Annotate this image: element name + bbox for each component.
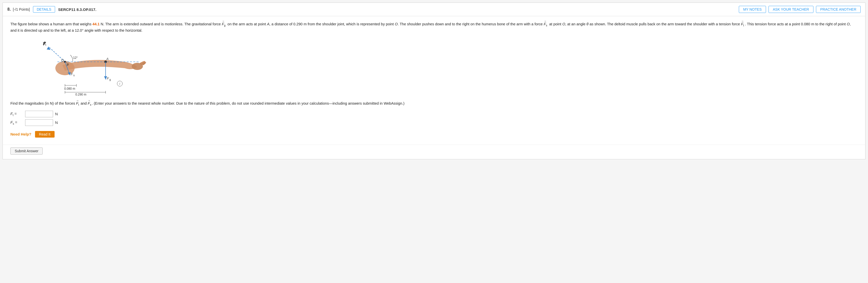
- submit-answer-button[interactable]: Submit Answer: [10, 147, 43, 154]
- header-bar: 8. [-/1 Points] DETAILS SERCP11 8.3.OP.0…: [3, 3, 865, 16]
- svg-text:t: t: [45, 44, 46, 46]
- ask-teacher-button[interactable]: ASK YOUR TEACHER: [769, 6, 813, 13]
- svg-text:F: F: [71, 72, 73, 76]
- need-help-row: Need Help? Read It: [10, 131, 858, 138]
- svg-text:F: F: [107, 76, 109, 80]
- header-left: 8. [-/1 Points] DETAILS SERCP11 8.3.OP.0…: [7, 6, 96, 13]
- ft-vector: →Ft: [741, 21, 744, 28]
- read-it-button[interactable]: Read It: [35, 131, 55, 138]
- svg-text:g: g: [110, 78, 111, 81]
- diagram-svg: F⃗ F t 12° O θ: [26, 38, 148, 96]
- diagram-area: F⃗ F t 12° O θ: [26, 38, 858, 96]
- fs-input[interactable]: [25, 119, 53, 126]
- ft-find-vector: →Ft: [76, 101, 79, 107]
- ft-input[interactable]: [25, 111, 53, 117]
- problem-text-para1: The figure below shows a human arm that …: [10, 21, 858, 34]
- ft-label: Ft =: [10, 111, 23, 116]
- fg-vector: →Fg: [222, 21, 225, 28]
- question-number: 8. [-/1 Points]: [7, 7, 30, 12]
- svg-text:12°: 12°: [73, 56, 78, 60]
- fs-input-row: Fs = N: [10, 119, 858, 126]
- my-notes-button[interactable]: MY NOTES: [739, 6, 766, 13]
- practice-another-button[interactable]: PRACTICE ANOTHER: [816, 6, 861, 13]
- ft-unit: N: [55, 112, 58, 116]
- find-text-para: Find the magnitudes (in N) of the forces…: [10, 101, 858, 107]
- fs-find-vector: →Fs: [88, 101, 91, 107]
- weight-value: 44.1: [92, 22, 99, 26]
- details-button[interactable]: DETAILS: [33, 6, 55, 13]
- need-help-label: Need Help?: [10, 132, 31, 136]
- submit-row: Submit Answer: [3, 145, 865, 159]
- q-points-text: [-/1 Points]: [13, 7, 30, 11]
- question-code: SERCP11 8.3.OP.017.: [58, 7, 96, 12]
- svg-text:O: O: [61, 58, 64, 62]
- content-area: The figure below shows a human arm that …: [3, 16, 865, 145]
- ft-input-row: Ft = N: [10, 111, 858, 117]
- svg-text:0.290 m: 0.290 m: [75, 93, 86, 96]
- svg-text:θ: θ: [67, 63, 69, 66]
- fs-vector: →Fs: [544, 21, 547, 28]
- header-right: MY NOTES ASK YOUR TEACHER PRACTICE ANOTH…: [739, 6, 861, 13]
- svg-text:A: A: [106, 57, 108, 61]
- page-wrapper: 8. [-/1 Points] DETAILS SERCP11 8.3.OP.0…: [3, 3, 865, 160]
- fs-label: Fs =: [10, 120, 23, 125]
- svg-text:s: s: [73, 74, 74, 77]
- svg-text:0.080 m: 0.080 m: [64, 87, 75, 91]
- q-num-text: 8.: [7, 7, 11, 11]
- fs-unit: N: [55, 120, 58, 125]
